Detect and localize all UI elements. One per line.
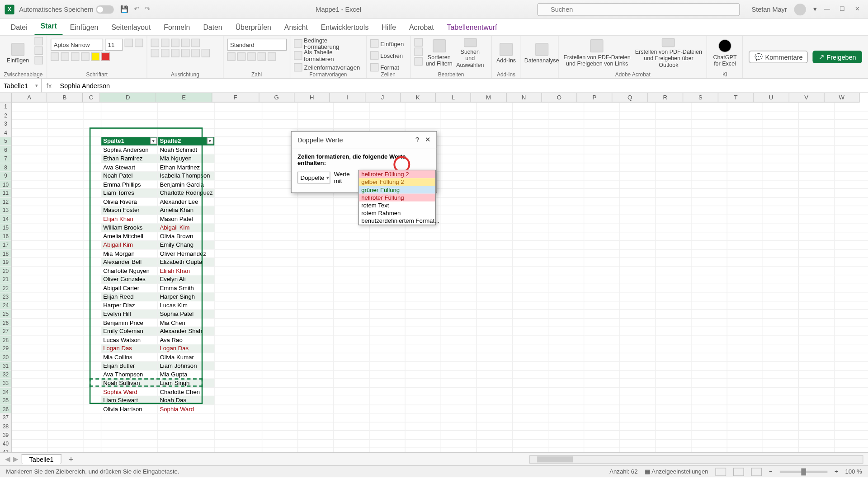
cell[interactable] bbox=[548, 172, 584, 180]
row-header[interactable]: 40 bbox=[0, 440, 11, 448]
cell[interactable] bbox=[620, 155, 656, 163]
cell[interactable] bbox=[727, 180, 763, 189]
align-left-icon[interactable] bbox=[151, 49, 159, 57]
cell[interactable] bbox=[12, 111, 47, 120]
col-header[interactable]: J bbox=[365, 93, 401, 102]
col-header[interactable]: V bbox=[789, 93, 824, 102]
cell[interactable] bbox=[12, 422, 47, 431]
cell[interactable] bbox=[799, 284, 835, 292]
cell[interactable]: Oliver Gonzales bbox=[101, 275, 158, 284]
cell[interactable] bbox=[620, 206, 656, 215]
cell[interactable]: Logan Das bbox=[101, 344, 158, 353]
cell[interactable] bbox=[727, 275, 763, 284]
insert-cells-button[interactable]: Einfügen bbox=[370, 38, 404, 49]
cell[interactable] bbox=[692, 361, 727, 370]
cell[interactable] bbox=[656, 379, 692, 388]
cell[interactable] bbox=[12, 155, 47, 163]
cell[interactable] bbox=[548, 422, 584, 431]
format-as-table-button[interactable]: Als Tabelle formatieren bbox=[294, 50, 363, 61]
cell[interactable] bbox=[12, 379, 47, 388]
cell[interactable] bbox=[763, 103, 799, 111]
cell[interactable] bbox=[298, 275, 334, 284]
cell[interactable] bbox=[763, 448, 799, 452]
cell[interactable] bbox=[763, 413, 799, 422]
cell[interactable] bbox=[84, 361, 102, 370]
cell[interactable] bbox=[441, 361, 477, 370]
cell[interactable]: Benjamin Garcia bbox=[158, 180, 214, 189]
dialog-close-button[interactable]: ✕ bbox=[425, 136, 430, 144]
cell[interactable] bbox=[441, 215, 477, 223]
col-header[interactable]: N bbox=[506, 93, 542, 102]
cell[interactable] bbox=[799, 344, 835, 353]
cell[interactable] bbox=[158, 103, 214, 111]
cell[interactable] bbox=[477, 267, 513, 275]
cell[interactable] bbox=[513, 361, 548, 370]
duplicate-type-select[interactable]: Doppelte▾ bbox=[297, 172, 330, 183]
cell[interactable] bbox=[835, 353, 868, 361]
cell[interactable] bbox=[262, 284, 298, 292]
cell[interactable] bbox=[370, 258, 406, 267]
cell[interactable] bbox=[513, 258, 548, 267]
cell[interactable] bbox=[513, 120, 548, 128]
cell[interactable] bbox=[47, 275, 83, 284]
cell[interactable] bbox=[763, 120, 799, 128]
cell[interactable] bbox=[584, 353, 620, 361]
cell[interactable] bbox=[656, 197, 692, 206]
cell[interactable] bbox=[548, 284, 584, 292]
cell[interactable] bbox=[656, 224, 692, 232]
cell[interactable] bbox=[548, 431, 584, 439]
cell[interactable] bbox=[620, 388, 656, 396]
cell[interactable] bbox=[477, 344, 513, 353]
col-header[interactable]: K bbox=[401, 93, 436, 102]
row-header[interactable]: 8 bbox=[0, 163, 11, 172]
cell[interactable] bbox=[656, 371, 692, 379]
cell[interactable] bbox=[656, 249, 692, 258]
row-header[interactable]: 5 bbox=[0, 137, 11, 145]
cell[interactable] bbox=[692, 440, 727, 448]
cell[interactable] bbox=[298, 224, 334, 232]
font-color-icon[interactable] bbox=[101, 52, 109, 61]
cell[interactable] bbox=[12, 336, 47, 344]
cell[interactable]: Abigail Carter bbox=[101, 284, 158, 292]
cell[interactable] bbox=[692, 396, 727, 405]
cell[interactable] bbox=[370, 249, 406, 258]
cell[interactable] bbox=[12, 371, 47, 379]
cell[interactable] bbox=[763, 275, 799, 284]
cell[interactable] bbox=[215, 215, 262, 223]
cell[interactable] bbox=[727, 361, 763, 370]
align-bot-icon[interactable] bbox=[171, 39, 179, 47]
format-option[interactable]: hellroter Füllung 2 bbox=[359, 170, 435, 178]
cell[interactable] bbox=[298, 440, 334, 448]
cell[interactable]: William Brooks bbox=[101, 224, 158, 232]
cell[interactable] bbox=[441, 103, 477, 111]
cell[interactable] bbox=[727, 405, 763, 413]
cell[interactable] bbox=[298, 249, 334, 258]
cell[interactable] bbox=[370, 336, 406, 344]
cell[interactable] bbox=[47, 396, 83, 405]
cell[interactable] bbox=[620, 361, 656, 370]
cell[interactable] bbox=[215, 241, 262, 249]
cell[interactable] bbox=[727, 189, 763, 197]
cell[interactable] bbox=[584, 180, 620, 189]
cell[interactable] bbox=[84, 224, 102, 232]
cell[interactable] bbox=[513, 336, 548, 344]
cell[interactable] bbox=[513, 145, 548, 154]
cell[interactable] bbox=[158, 128, 214, 137]
cell[interactable] bbox=[406, 336, 441, 344]
cell[interactable] bbox=[548, 319, 584, 327]
row-header[interactable]: 36 bbox=[0, 405, 11, 413]
cell[interactable] bbox=[692, 137, 727, 145]
row-header[interactable]: 26 bbox=[0, 319, 11, 327]
redo-icon[interactable]: ↷ bbox=[145, 5, 150, 13]
cell[interactable] bbox=[656, 206, 692, 215]
cell[interactable] bbox=[215, 327, 262, 336]
cell[interactable]: Ava Thompson bbox=[101, 371, 158, 379]
cell[interactable] bbox=[513, 379, 548, 388]
comments-button[interactable]: 💬 Kommentare bbox=[749, 51, 808, 63]
cell[interactable] bbox=[799, 353, 835, 361]
cell[interactable] bbox=[477, 103, 513, 111]
cell[interactable] bbox=[84, 275, 102, 284]
row-header[interactable]: 23 bbox=[0, 292, 11, 301]
cell[interactable] bbox=[763, 163, 799, 172]
cell[interactable] bbox=[548, 258, 584, 267]
